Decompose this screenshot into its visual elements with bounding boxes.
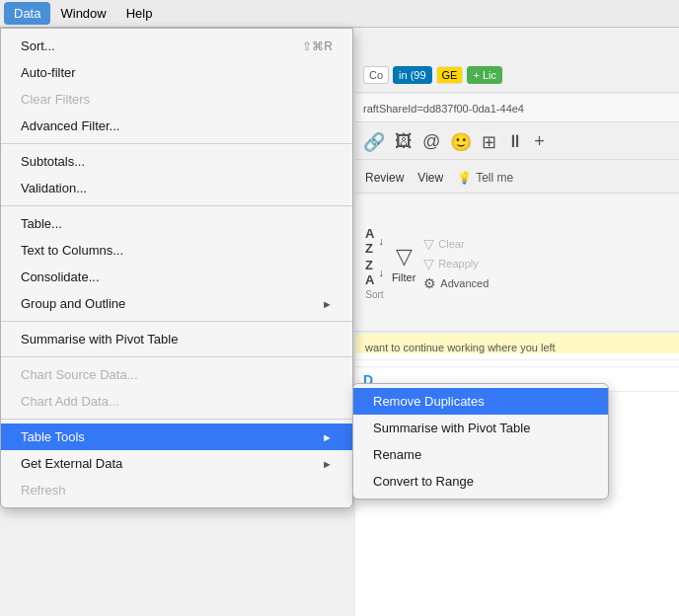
submenu-arrow-group: ►	[322, 298, 333, 310]
link-icon[interactable]: 🔗	[363, 131, 385, 153]
menu-item-chart-add[interactable]: Chart Add Data...	[1, 388, 352, 415]
submenu-arrow-table-tools: ►	[322, 431, 333, 443]
filter-reapply-btn[interactable]: ▽ Reapply	[423, 256, 489, 271]
filter-clear-btn[interactable]: ▽ Clear	[423, 236, 489, 252]
menu-item-refresh[interactable]: Refresh	[1, 477, 352, 503]
sort-block: AZ ↓ ZA ↓ Sort	[365, 226, 384, 300]
menu-item-external-data[interactable]: Get External Data ►	[1, 450, 352, 477]
url-bar: raftShareId=dd837f00-0da1-44e4	[355, 95, 679, 122]
submenu-item-convert-range[interactable]: Convert to Range	[353, 468, 608, 495]
plus-icon[interactable]: +	[534, 131, 545, 152]
menu-bar-window[interactable]: Window	[50, 2, 115, 25]
menu-item-text-to-columns[interactable]: Text to Columns...	[1, 237, 352, 264]
menu-item-sort[interactable]: Sort... ⇧⌘R	[1, 33, 352, 59]
grid-icon[interactable]: ⊞	[482, 131, 496, 153]
menu-item-table-tools[interactable]: Table Tools ►	[1, 424, 352, 450]
toolbar-icons-bar: 🔗 🖼 @ 🙂 ⊞ ⏸ +	[355, 124, 679, 160]
submenu-item-rename[interactable]: Rename	[353, 441, 608, 468]
tab-view[interactable]: View	[417, 171, 443, 185]
review-bar: Review View 💡 Tell me	[355, 162, 679, 193]
menu-item-group-outline[interactable]: Group and Outline ►	[1, 290, 352, 317]
menu-item-autofilter[interactable]: Auto-filter	[1, 59, 352, 86]
tab-review[interactable]: Review	[365, 171, 404, 185]
filter-funnel[interactable]: ▽ Filter	[392, 244, 415, 283]
menu-item-chart-source[interactable]: Chart Source Data...	[1, 361, 352, 388]
menu-bar-data[interactable]: Data	[4, 2, 50, 25]
divider-2	[1, 205, 352, 206]
down-arrow-icon: ↓	[378, 235, 384, 247]
divider-1	[1, 143, 352, 144]
menu-bar: Data Window Help	[0, 0, 679, 28]
submenu-item-pivot[interactable]: Summarise with Pivot Table	[353, 415, 608, 441]
reapply-filter-icon: ▽	[423, 256, 434, 271]
submenu-item-remove-duplicates[interactable]: Remove Duplicates	[353, 388, 608, 415]
icon-co[interactable]: Co	[363, 66, 389, 84]
divider-4	[1, 356, 352, 357]
advanced-filter-icon: ⚙	[423, 275, 436, 291]
sort-za-row[interactable]: ZA ↓	[365, 258, 384, 287]
icon-linkedin[interactable]: in (99	[393, 66, 431, 84]
menu-item-advanced-filter[interactable]: Advanced Filter...	[1, 113, 352, 139]
clear-filter-icon: ▽	[423, 236, 434, 252]
funnel-icon: ▽	[396, 244, 413, 270]
bulb-icon: 💡	[457, 171, 472, 185]
menu-item-subtotals[interactable]: Subtotals...	[1, 148, 352, 175]
table-tools-submenu: Remove Duplicates Summarise with Pivot T…	[352, 383, 609, 500]
icon-ge[interactable]: GE	[436, 66, 464, 84]
sheet-row-2	[355, 360, 679, 367]
image-icon[interactable]: 🖼	[395, 131, 413, 152]
pause-icon[interactable]: ⏸	[506, 131, 524, 152]
filter-options: ▽ Clear ▽ Reapply ⚙ Advanced	[423, 236, 489, 291]
sort-label[interactable]: Sort	[365, 289, 383, 300]
menu-item-clear-filters[interactable]: Clear Filters	[1, 86, 352, 113]
az-icon: AZ	[365, 226, 374, 256]
menu-item-validation[interactable]: Validation...	[1, 175, 352, 201]
menu-bar-help[interactable]: Help	[116, 2, 163, 25]
sheet-row-1	[355, 353, 679, 360]
submenu-arrow-external: ►	[322, 458, 333, 470]
sort-az-row[interactable]: AZ ↓	[365, 226, 384, 256]
menu-item-consolidate[interactable]: Consolidate...	[1, 264, 352, 290]
divider-3	[1, 321, 352, 322]
emoji-icon[interactable]: 🙂	[450, 131, 472, 153]
dropdown-menu: Sort... ⇧⌘R Auto-filter Clear Filters Ad…	[0, 28, 353, 508]
filter-advanced-btn[interactable]: ⚙ Advanced	[423, 275, 489, 291]
icon-lic[interactable]: + Lic	[467, 66, 502, 84]
down-arrow-icon-2: ↓	[378, 267, 384, 278]
tell-me[interactable]: 💡 Tell me	[457, 171, 513, 185]
icons-bar: Co in (99 GE + Lic	[355, 57, 679, 93]
menu-item-pivot[interactable]: Summarise with Pivot Table	[1, 326, 352, 352]
za-icon: ZA	[365, 258, 374, 287]
at-icon[interactable]: @	[422, 131, 440, 152]
divider-5	[1, 419, 352, 420]
sort-az-block: AZ ↓ ZA ↓	[365, 226, 384, 287]
filter-ribbon: AZ ↓ ZA ↓ Sort ▽ Filter ▽ Clear ▽ Reappl…	[355, 195, 679, 332]
menu-item-table[interactable]: Table...	[1, 210, 352, 237]
